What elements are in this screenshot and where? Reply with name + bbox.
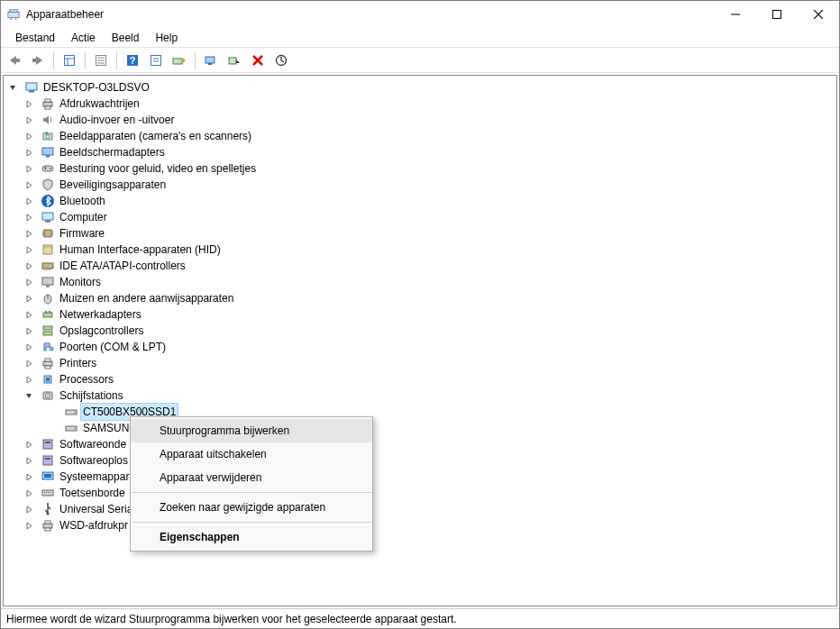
expand-arrow-icon[interactable] — [25, 181, 38, 189]
tree-label: Audio-invoer en -uitvoer — [58, 112, 176, 128]
svg-rect-37 — [42, 148, 53, 155]
svg-point-80 — [74, 412, 76, 414]
expand-arrow-icon[interactable] — [25, 489, 38, 497]
svg-rect-67 — [49, 311, 50, 313]
svg-rect-97 — [45, 521, 50, 524]
audio-icon — [41, 113, 55, 127]
expand-arrow-icon[interactable] — [25, 116, 38, 124]
expand-arrow-icon[interactable] — [25, 506, 38, 514]
minimize-button[interactable] — [715, 1, 756, 28]
tree-category-cpu[interactable]: Processors — [7, 371, 836, 387]
disk-icon — [41, 388, 55, 403]
tree-category-audio[interactable]: Audio-invoer en -uitvoer — [7, 112, 836, 128]
back-button[interactable] — [5, 50, 24, 70]
collapse-arrow-icon[interactable] — [9, 84, 22, 92]
collapse-arrow-icon[interactable] — [25, 392, 38, 400]
svg-rect-19 — [151, 55, 161, 65]
tree-category-hid[interactable]: Human Interface-apparaten (HID) — [7, 242, 836, 258]
tree-label: Beeldapparaten (camera's en scanners) — [58, 128, 253, 144]
expand-arrow-icon[interactable] — [25, 214, 38, 222]
uninstall-button[interactable] — [248, 50, 268, 70]
tree-category-net[interactable]: Netwerkadapters — [7, 306, 836, 323]
tree-category-printqueues[interactable]: Afdrukwachtrijen — [7, 96, 836, 112]
properties-button[interactable] — [91, 50, 111, 70]
svg-rect-36 — [45, 132, 48, 134]
tree-category-mice[interactable]: Muizen en andere aanwijsapparaten — [7, 290, 836, 306]
tree-category-ports[interactable]: Poorten (COM & LPT) — [7, 339, 836, 355]
svg-point-82 — [74, 428, 76, 430]
scan-button[interactable] — [169, 50, 189, 70]
svg-rect-75 — [46, 378, 50, 381]
expand-arrow-icon[interactable] — [25, 295, 38, 303]
expand-arrow-icon[interactable] — [25, 376, 38, 384]
expand-arrow-icon[interactable] — [25, 327, 38, 335]
tree-category-firmware[interactable]: Firmware — [7, 225, 836, 242]
expand-arrow-icon[interactable] — [25, 100, 38, 108]
view-options-button[interactable] — [146, 50, 166, 70]
svg-point-56 — [50, 246, 51, 248]
svg-rect-10 — [65, 55, 75, 65]
expand-arrow-icon[interactable] — [25, 473, 38, 481]
expand-arrow-icon[interactable] — [25, 262, 38, 270]
disable-button[interactable] — [224, 50, 244, 70]
expand-arrow-icon[interactable] — [25, 343, 38, 351]
close-button[interactable] — [798, 1, 839, 28]
help-button[interactable]: ? — [123, 50, 142, 70]
svg-point-55 — [47, 246, 49, 248]
tree-category-security[interactable]: Beveiligingsapparaten — [7, 177, 836, 193]
scan-changes-button[interactable] — [271, 50, 291, 70]
context-menu-item[interactable]: Eigenschappen — [131, 525, 372, 549]
context-menu-item[interactable]: Zoeken naar gewijzigde apparaten — [131, 496, 372, 519]
svg-rect-22 — [173, 59, 182, 64]
expand-arrow-icon[interactable] — [25, 522, 38, 530]
context-menu-item[interactable]: Apparaat uitschakelen — [131, 442, 372, 466]
tree-category-storage[interactable]: Opslagcontrollers — [7, 323, 836, 339]
menubar: Bestand Actie Beeld Help — [1, 28, 839, 48]
tree-category-printers[interactable]: Printers — [7, 355, 836, 371]
expand-arrow-icon[interactable] — [25, 246, 38, 254]
device-tree[interactable]: DESKTOP-O3LDSVOAfdrukwachtrijenAudio-inv… — [3, 75, 837, 606]
svg-point-70 — [50, 347, 53, 351]
tree-root[interactable]: DESKTOP-O3LDSVO — [7, 79, 836, 96]
tree-category-sgv[interactable]: Besturing voor geluid, video en spelletj… — [7, 160, 836, 177]
svg-rect-91 — [46, 492, 47, 493]
status-text: Hiermee wordt de wizard Stuurprogramma b… — [6, 613, 457, 625]
expand-arrow-icon[interactable] — [25, 457, 38, 465]
tree-category-monitors[interactable]: Monitors — [7, 274, 836, 290]
svg-point-35 — [46, 135, 50, 139]
svg-rect-83 — [43, 440, 52, 449]
expand-arrow-icon[interactable] — [25, 441, 38, 449]
expand-arrow-icon[interactable] — [25, 311, 38, 319]
tree-category-bluetooth[interactable]: Bluetooth — [7, 193, 836, 209]
tree-category-imaging[interactable]: Beeldapparaten (camera's en scanners) — [7, 128, 836, 144]
update-driver-button[interactable] — [201, 50, 221, 70]
printer-icon — [41, 518, 55, 533]
tree-category-display[interactable]: Beeldschermadapters — [7, 144, 836, 160]
menu-file[interactable]: Bestand — [8, 30, 62, 46]
svg-rect-32 — [45, 99, 50, 102]
expand-arrow-icon[interactable] — [25, 149, 38, 157]
tree-category-computer[interactable]: Computer — [7, 209, 836, 225]
mouse-icon — [41, 291, 55, 305]
menu-help[interactable]: Help — [148, 30, 185, 46]
menu-action[interactable]: Actie — [64, 30, 103, 46]
maximize-button[interactable] — [756, 1, 798, 28]
window-buttons — [715, 1, 839, 28]
expand-arrow-icon[interactable] — [25, 197, 38, 205]
shield-icon — [41, 178, 55, 192]
menu-view[interactable]: Beeld — [105, 30, 147, 46]
expand-arrow-icon[interactable] — [25, 165, 38, 173]
expand-arrow-icon[interactable] — [25, 230, 38, 238]
forward-button[interactable] — [28, 50, 48, 70]
context-menu-item[interactable]: Apparaat verwijderen — [131, 466, 372, 489]
display-icon — [41, 145, 55, 160]
tree-label: Softwareoplos — [58, 452, 130, 469]
svg-rect-61 — [42, 278, 53, 285]
tree-category-ide[interactable]: IDE ATA/ATAPI-controllers — [7, 258, 836, 274]
expand-arrow-icon[interactable] — [25, 132, 38, 141]
show-hide-tree-button[interactable] — [59, 50, 79, 70]
tree-category-disks[interactable]: Schijfstations — [7, 387, 836, 404]
expand-arrow-icon[interactable] — [25, 278, 38, 287]
expand-arrow-icon[interactable] — [25, 360, 38, 368]
context-menu-item[interactable]: Stuurprogramma bijwerken — [131, 419, 372, 442]
